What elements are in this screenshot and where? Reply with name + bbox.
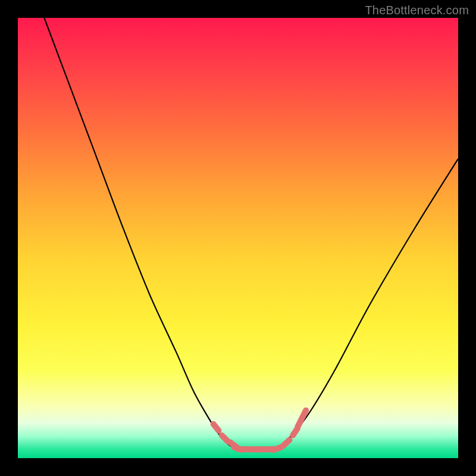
chart-frame: TheBottleneck.com (0, 0, 476, 476)
marker-dot (214, 424, 219, 431)
right-curve (273, 159, 458, 449)
marker-dot (302, 411, 306, 418)
marker-dot (222, 436, 228, 441)
marker-group (214, 411, 306, 450)
plot-gradient-area (18, 18, 458, 458)
marker-dot (274, 447, 281, 450)
bottleneck-curve (18, 18, 458, 458)
watermark-text: TheBottleneck.com (365, 4, 469, 17)
marker-dot (283, 440, 289, 446)
left-curve (44, 18, 238, 449)
